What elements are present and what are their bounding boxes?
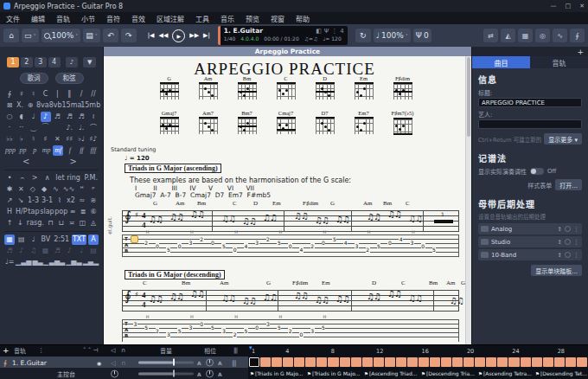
voice-button-3[interactable]: 3 [35,57,47,67]
menu-item[interactable]: 编辑 [31,14,45,23]
staff-system-1[interactable]: GAmBmCDEmF♯dimGAmBmC∮♯44♫♫♫♫♫♫♫♫♫♫♫♫♫♫♫♫… [104,200,464,269]
track-menu-icon[interactable]: ⋮ [331,28,337,35]
preset-stepper-icon[interactable]: ↕ [558,226,562,233]
palette-cell[interactable]: X. [15,100,25,111]
palette-cell[interactable]: 8va [35,100,48,111]
palette-cell[interactable]: H [4,207,15,217]
power-toggle-icon[interactable] [565,239,571,245]
zoom-control[interactable]: 100%˅ [42,29,81,42]
relative-speed-control[interactable]: ♩100%˅ [374,29,411,42]
palette-cell[interactable]: BV [41,234,52,245]
palette-cell[interactable]: ⁀ [41,123,51,133]
measure-block[interactable] [486,357,496,368]
palette-cell[interactable]: ♩ [76,246,86,256]
palette-cell[interactable]: ◖ [16,112,27,122]
measure-block[interactable] [554,357,565,368]
palette-cell[interactable]: ◇ [28,184,38,195]
measure-block[interactable] [452,357,463,368]
palette-cell[interactable]: ≣ [78,207,88,217]
power-toggle-icon[interactable] [565,252,571,258]
palette-cell[interactable]: ▤ [16,234,27,245]
play-button[interactable]: ▶ [172,29,185,42]
palette-cell[interactable]: ♯ [16,89,27,100]
measure-block[interactable] [577,357,587,368]
palette-cell[interactable]: ‿ [29,123,39,133]
palette-cell[interactable]: ♫ [29,246,39,256]
palette-cell[interactable]: ↓ [15,218,25,228]
measure-block[interactable] [316,357,327,368]
palette-cell[interactable]: > [52,157,99,167]
pan-automation-badge[interactable]: A [218,359,222,365]
solo-all-icon[interactable]: ∩ [121,347,125,354]
palette-cell[interactable]: 2:51 [53,234,70,245]
palette-cell[interactable]: ↑ [4,218,15,228]
palette-cell[interactable]: ✕ [16,184,26,195]
go-to-end-button[interactable]: ▶| [203,32,210,39]
measure-block[interactable] [328,357,338,368]
palette-cell[interactable]: ▁▅▃ [65,257,81,267]
palette-cell[interactable]: ▂▄▂ [82,257,99,267]
palette-cell[interactable]: ▦ [41,246,51,256]
tracks-menu-icon[interactable]: ⋮ [38,347,44,354]
palette-cell[interactable]: ♩. [76,123,86,133]
row-menu-icon[interactable]: ⋮ [573,239,579,246]
menu-item[interactable]: 视窗 [271,14,284,23]
document-tab[interactable]: Arpeggio Practice [255,48,320,55]
maximize-button[interactable]: □ [566,3,572,10]
palette-cell[interactable]: ♬ [52,246,62,256]
palette-cell[interactable]: ᴴ [77,184,87,195]
master-volume-automation[interactable]: A [197,370,201,376]
chord-button[interactable]: 和弦 [55,73,84,84]
palette-cell[interactable]: ♯♪ [88,134,99,145]
loop-button[interactable]: ↻ [355,29,371,42]
palette-cell[interactable]: ♬ [52,112,62,122]
measure-block[interactable] [283,357,293,368]
palette-cell[interactable]: / [76,89,86,100]
amp-icon[interactable]: ◧ [316,28,322,35]
palette-cell[interactable]: H/P [15,207,27,217]
palette-cell[interactable]: ⊕ [25,100,35,111]
row-menu-icon[interactable]: ⋮ [573,252,579,259]
palette-cell[interactable]: ♪ [16,246,27,256]
palette-cell[interactable]: ↘ [16,196,26,206]
palette-cell[interactable]: ♭♩ [76,134,86,145]
palette-cell[interactable]: rasg. [26,218,45,228]
master-pan-automation[interactable]: A [218,370,222,376]
section-marker[interactable]: ⚑[Descending Tria... [421,370,475,376]
palette-cell[interactable]: fff [88,145,99,156]
tab-track[interactable]: 音轨 [530,56,588,68]
palette-cell[interactable]: ▁▃▅ [15,257,31,267]
palette-cell[interactable]: ♭ [16,134,27,145]
measure-block[interactable] [497,357,508,368]
palette-cell[interactable]: P.M. [83,173,99,183]
track-pan-knob[interactable] [206,358,214,366]
palette-cell[interactable]: ▅▃▁ [31,257,48,267]
palette-cell[interactable]: ≀ [88,112,99,122]
undo-button[interactable]: ↶ [103,29,118,42]
section-marker[interactable]: ⚑[Triads in G Majo... [307,370,360,376]
palette-cell[interactable]: ♭♭ [4,134,15,145]
staff-system-2[interactable]: CBmAmGF♯dimEmDCBmAmG∮♯44♫♫♫♫♫♫♫♫♫♫♫♫♫♫♫♫… [104,279,464,344]
measure-block[interactable] [351,357,361,368]
fretboard-toggle[interactable]: ▦ [518,29,533,42]
drum-view-toggle[interactable]: ◎ [535,29,550,42]
palette-cell[interactable]: ∧ [42,173,53,183]
palette-cell[interactable]: ○ [4,112,15,122]
palette-cell[interactable]: ppp [4,145,16,156]
home-button[interactable]: ⌂ [3,29,19,42]
section-marker[interactable]: ⚑[Triads in G Majo... [250,370,303,376]
section-marker[interactable]: ⚑[Ascending Triad... [364,370,417,376]
preset-stepper-icon[interactable]: ↕ [558,252,562,259]
document-tab-bar[interactable]: Arpeggio Practice [104,47,471,56]
menu-item[interactable]: 小节 [81,14,95,23]
palette-cell[interactable]: mf [53,145,63,156]
palette-cell[interactable]: tap [27,207,39,217]
menu-item[interactable]: 音符 [106,14,120,23]
palette-cell[interactable]: • [4,173,15,183]
measure-block[interactable] [260,357,271,368]
palette-cell[interactable]: ♯♯ [64,134,74,145]
collapse-icons[interactable]: ˅ ˄ ⊣ [83,347,99,354]
voice-button-2[interactable]: 2 [21,57,33,67]
show-pedalboard-button[interactable]: 显示单块踏板... [531,265,582,276]
palette-cell[interactable]: ff [76,145,86,156]
